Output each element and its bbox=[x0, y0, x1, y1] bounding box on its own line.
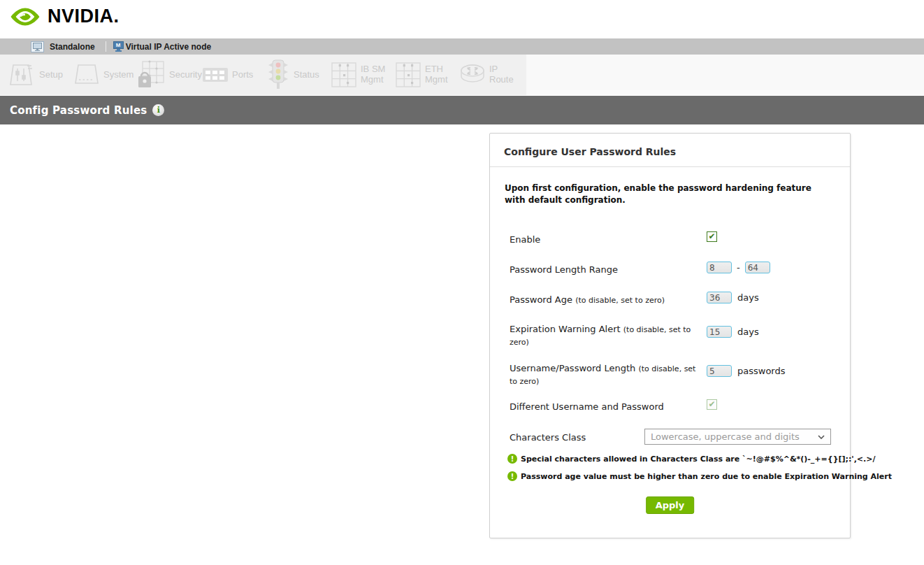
username-password-length-input[interactable] bbox=[707, 365, 732, 377]
info-icon[interactable]: i bbox=[152, 104, 164, 116]
nvidia-logo: NVIDIA. bbox=[9, 6, 120, 27]
toolbar-item-security[interactable]: Security bbox=[137, 59, 201, 90]
password-length-max-input[interactable] bbox=[745, 262, 770, 273]
toolbar-item-eth-mgmt[interactable]: ETH Mgmt bbox=[394, 60, 459, 90]
password-age-input[interactable] bbox=[707, 292, 732, 303]
exclamation-icon: ! bbox=[507, 454, 517, 464]
toolbar-item-label: ETH Mgmt bbox=[425, 64, 448, 85]
toolbar-item-status[interactable]: Status bbox=[266, 59, 330, 91]
status-icon bbox=[266, 59, 291, 91]
toolbar-item-label: IB SM Mgmt bbox=[361, 64, 385, 85]
toolbar-item-label: Security bbox=[169, 70, 202, 80]
toolbar: Setup System Security bbox=[8, 55, 523, 95]
security-icon bbox=[137, 59, 166, 90]
username-password-length-unit: passwords bbox=[737, 366, 786, 376]
page-title: Config Password Rules bbox=[10, 104, 147, 117]
different-username-password-label: Different Username and Password bbox=[510, 401, 702, 413]
password-age-unit: days bbox=[737, 292, 759, 303]
toolbar-item-ports[interactable]: Ports bbox=[201, 60, 266, 90]
expiration-warning-input[interactable] bbox=[707, 326, 732, 338]
toolbar-item-label: System bbox=[103, 70, 133, 80]
password-length-min-input[interactable] bbox=[707, 262, 732, 273]
nvidia-eye-icon bbox=[9, 6, 41, 27]
standalone-label: Standalone bbox=[50, 42, 95, 52]
toolbar-item-label: Status bbox=[294, 70, 319, 80]
panel-divider bbox=[490, 166, 850, 167]
toolbar-item-system[interactable]: System bbox=[73, 60, 137, 90]
note-special-characters: ! Special characters allowed in Characte… bbox=[507, 454, 876, 464]
ports-icon bbox=[201, 60, 229, 90]
panel-intro-text: Upon first configuration, enable the pas… bbox=[505, 183, 835, 206]
range-separator: - bbox=[737, 262, 740, 273]
toolbar-item-label: Setup bbox=[39, 70, 63, 80]
toolbar-item-label: Ports bbox=[232, 70, 253, 80]
system-icon bbox=[73, 60, 101, 90]
check-icon: ✔ bbox=[708, 232, 715, 241]
mode-item-virtual-ip[interactable]: M Virtual IP Active node bbox=[113, 41, 211, 52]
password-rules-panel: Configure User Password Rules Upon first… bbox=[489, 133, 851, 538]
enable-label: Enable bbox=[510, 234, 702, 246]
mode-bar: Standalone M Virtual IP Active node bbox=[0, 38, 924, 55]
password-age-label: Password Age (to disable, set to zero) bbox=[510, 294, 702, 306]
enable-checkbox[interactable]: ✔ bbox=[707, 231, 717, 242]
check-icon: ✔ bbox=[708, 400, 715, 408]
setup-icon bbox=[8, 60, 36, 90]
expiration-warning-unit: days bbox=[737, 327, 759, 337]
different-username-password-checkbox: ✔ bbox=[707, 399, 717, 410]
exclamation-icon: ! bbox=[507, 471, 517, 481]
toolbar-background-right bbox=[526, 55, 924, 95]
username-password-length-label: Username/Password Length (to disable, se… bbox=[510, 362, 702, 387]
expiration-warning-label: Expiration Warning Alert (to disable, se… bbox=[510, 323, 702, 348]
virtual-ip-label: Virtual IP Active node bbox=[126, 42, 211, 52]
toolbar-item-label: IP Route bbox=[489, 64, 514, 85]
ip-route-icon bbox=[459, 61, 486, 89]
toolbar-item-setup[interactable]: Setup bbox=[8, 60, 73, 90]
eth-mgmt-icon bbox=[394, 60, 422, 90]
characters-class-value: Lowercase, uppercase and digits bbox=[645, 431, 818, 442]
mode-item-standalone[interactable]: Standalone bbox=[31, 41, 95, 52]
mode-bar-divider bbox=[106, 41, 106, 52]
nvidia-wordmark: NVIDIA. bbox=[48, 6, 120, 27]
toolbar-item-ib-sm-mgmt[interactable]: IB SM Mgmt bbox=[330, 60, 394, 90]
apply-button[interactable]: Apply bbox=[646, 496, 695, 514]
ib-sm-mgmt-icon bbox=[330, 60, 358, 90]
characters-class-dropdown[interactable]: Lowercase, uppercase and digits bbox=[644, 429, 831, 445]
virtual-ip-monitor-icon: M bbox=[113, 41, 124, 52]
toolbar-item-ip-route[interactable]: IP Route bbox=[459, 61, 523, 89]
top-header: NVIDIA. bbox=[0, 0, 924, 38]
standalone-monitor-icon bbox=[31, 41, 44, 52]
chevron-down-icon bbox=[818, 435, 825, 439]
page-title-bar: Config Password Rules i bbox=[0, 96, 924, 124]
password-length-range-label: Password Length Range bbox=[510, 264, 702, 276]
note-password-age: ! Password age value must be higher than… bbox=[507, 471, 892, 481]
panel-title: Configure User Password Rules bbox=[504, 146, 676, 157]
